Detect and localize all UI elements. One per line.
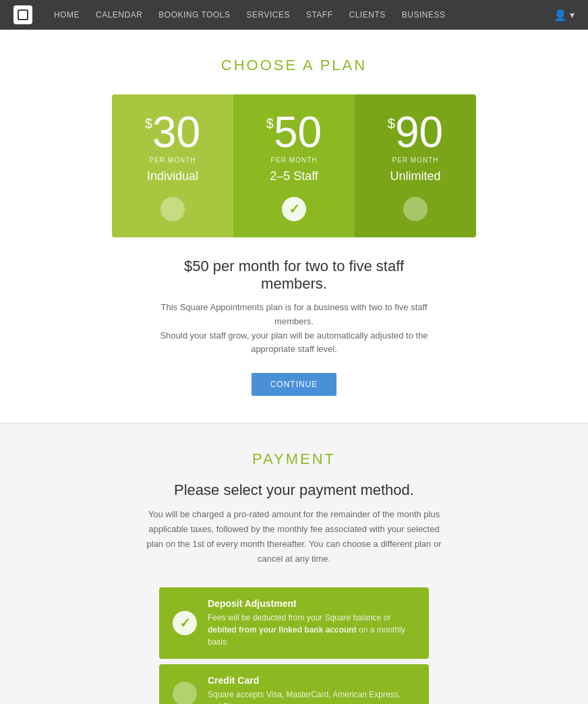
- logo-icon: [18, 9, 28, 20]
- user-icon: 👤: [554, 9, 567, 22]
- nav-home[interactable]: HOME: [54, 10, 80, 20]
- plan-amount-unlimited: 90: [395, 111, 443, 154]
- plan-price-unlimited: $ 90: [388, 111, 443, 154]
- plan-amount-two-five: 50: [274, 111, 322, 154]
- plan-dollar-unlimited: $: [388, 116, 395, 131]
- plan-per-month-individual: PER MONTH: [150, 156, 196, 164]
- credit-card-content: Credit Card Square accepts Visa, MasterC…: [208, 675, 415, 704]
- nav-staff[interactable]: STAFF: [306, 10, 333, 20]
- selected-plan-headline: $50 per month for two to five staff memb…: [159, 258, 429, 293]
- user-caret-icon: ▾: [570, 9, 575, 20]
- plan-card-individual[interactable]: $ 30 PER MONTH Individual: [112, 94, 233, 237]
- payment-radio-deposit: ✓: [173, 611, 197, 635]
- nav-booking-tools[interactable]: BOOKING TOOLS: [158, 10, 230, 20]
- plan-cards: $ 30 PER MONTH Individual $ 50 PER MONTH…: [112, 94, 476, 237]
- nav-clients[interactable]: CLIENTS: [349, 10, 386, 20]
- deposit-check-icon: ✓: [179, 615, 191, 631]
- plan-description: $50 per month for two to five staff memb…: [159, 258, 429, 357]
- nav-calendar[interactable]: CALENDAR: [96, 10, 142, 20]
- plan-name-unlimited: Unlimited: [390, 169, 440, 183]
- plan-name-individual: Individual: [147, 169, 198, 183]
- payment-description: You will be charged a pro-rated amount f…: [146, 507, 442, 566]
- plan-section-title: CHOOSE A PLAN: [13, 57, 575, 74]
- plan-dollar-two-five: $: [266, 116, 274, 131]
- plan-card-two-five[interactable]: $ 50 PER MONTH 2–5 Staff ✓: [233, 94, 355, 237]
- payment-section-title: PAYMENT: [13, 450, 575, 468]
- payment-subtitle: Please select your payment method.: [13, 481, 575, 499]
- selected-plan-desc: This Square Appointments plan is for a b…: [159, 301, 429, 357]
- deposit-content: Deposit Adjustment Fees will be deducted…: [208, 598, 415, 648]
- plan-price-individual: $ 30: [145, 111, 200, 154]
- plan-section: CHOOSE A PLAN $ 30 PER MONTH Individual …: [0, 30, 588, 423]
- nav-services[interactable]: SERVICES: [246, 10, 289, 20]
- plan-amount-individual: 30: [152, 111, 200, 154]
- plan-per-month-two-five: PER MONTH: [271, 156, 318, 164]
- plan-name-two-five: 2–5 Staff: [270, 169, 318, 183]
- deposit-desc: Fees will be deducted from your Square b…: [208, 612, 415, 648]
- plan-selector-individual[interactable]: [160, 197, 185, 221]
- deposit-title: Deposit Adjustment: [208, 598, 415, 609]
- payment-option-deposit[interactable]: ✓ Deposit Adjustment Fees will be deduct…: [159, 587, 429, 659]
- logo[interactable]: [13, 5, 32, 24]
- payment-section: PAYMENT Please select your payment metho…: [0, 423, 588, 704]
- continue-button[interactable]: CONTINUE: [252, 373, 337, 396]
- plan-dollar-individual: $: [145, 116, 152, 131]
- nav-links: HOME CALENDAR BOOKING TOOLS SERVICES STA…: [54, 10, 537, 20]
- plan-per-month-unlimited: PER MONTH: [392, 156, 439, 164]
- payment-option-credit-card[interactable]: Credit Card Square accepts Visa, MasterC…: [159, 664, 429, 704]
- payment-radio-credit-card: [173, 682, 197, 704]
- navigation: HOME CALENDAR BOOKING TOOLS SERVICES STA…: [0, 0, 588, 30]
- plan-card-unlimited[interactable]: $ 90 PER MONTH Unlimited: [355, 94, 476, 237]
- payment-options: ✓ Deposit Adjustment Fees will be deduct…: [159, 587, 429, 704]
- user-menu[interactable]: 👤 ▾: [554, 9, 575, 22]
- plan-price-two-five: $ 50: [266, 111, 322, 154]
- plan-selector-unlimited[interactable]: [403, 197, 428, 221]
- credit-card-desc: Square accepts Visa, MasterCard, America…: [208, 688, 415, 704]
- nav-business[interactable]: BUSINESS: [402, 10, 446, 20]
- plan-selector-two-five[interactable]: ✓: [282, 197, 306, 221]
- credit-card-title: Credit Card: [208, 675, 415, 686]
- checkmark-icon: ✓: [289, 201, 300, 217]
